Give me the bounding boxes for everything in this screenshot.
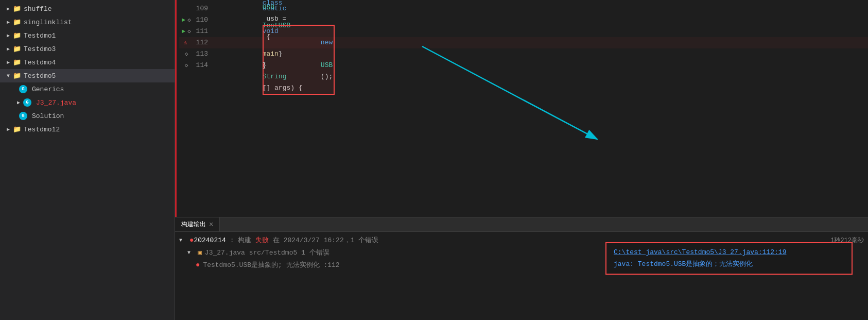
breakpoint-113: ◇ [185,48,188,60]
sidebar-label-testdmo3: Testdmo3 [24,45,56,53]
java-icon: G [19,85,28,94]
sidebar-label-testdmo5: Testdmo5 [24,72,56,80]
folder-icon: 📁 [12,44,22,54]
folder-icon: 📁 [12,4,22,13]
linenum-109: 109 [194,3,214,14]
chevron-icon: ▼ [4,73,12,79]
chevron-icon: ▼ [187,250,196,256]
error-circle-icon: ● [196,261,200,269]
error-popup-file-link[interactable]: C:\test_java\src\Testdmo5\J3_27.java:112… [614,248,844,256]
chevron-icon: ▶ [4,46,12,52]
sidebar-item-j327java[interactable]: ▶ G J3_27.java [0,96,175,109]
sidebar-label-generics: Generics [32,86,64,93]
sidebar-label-testdmo12: Testdmo12 [24,126,60,133]
code-line-113: ◇ 113 } [179,48,868,60]
linenum-111: 111 [194,26,214,37]
sidebar-item-testdmo4[interactable]: ▶ 📁 Testdmo4 [0,56,175,69]
chevron-icon: ▶ [4,126,12,132]
sidebar-item-generics[interactable]: G Generics [0,82,175,96]
error-line: :112 [323,261,339,269]
sidebar-item-shuffle[interactable]: ▶ 📁 shuffle [0,2,175,15]
bottom-panel: 构建输出 × ▼ ● 20240214 : 构建 失败 在 2024/3/27 … [175,217,868,320]
panel-content: ▼ ● 20240214 : 构建 失败 在 2024/3/27 16:22，1… [175,232,868,320]
folder-icon: 📁 [12,31,22,40]
gutter-113: ◇ [179,48,194,60]
gutter-111: ▶ ◇ [179,26,194,37]
build-datetime: 在 2024/3/27 16:22，1 个错误 [273,237,378,244]
error-msg: Testdmo5.USB是抽象的; 无法实例化 [203,261,319,269]
error-popup: C:\test_java\src\Testdmo5\J3_27.java:112… [605,242,853,275]
tab-label-build: 构建输出 [181,220,206,229]
error-popup-message: java: Testdmo5.USB是抽象的；无法实例化 [614,259,844,268]
gutter-110: ▶ ◇ [179,14,194,26]
chevron-icon: ▶ [4,32,12,39]
file-info: J3_27.java src/Testdmo5 1 个错误 [205,249,329,257]
sidebar-item-testdmo5[interactable]: ▼ 📁 Testdmo5 [0,69,175,82]
code-line-112: ⚠ 112 USB usb = new USB (); [179,37,868,48]
linenum-114: 114 [194,60,214,71]
build-fail: 失败 [255,237,269,244]
folder-icon: 📁 [12,125,22,134]
breakpoint-110: ◇ [187,14,191,26]
code-line-114: ◇ 114 } [179,60,868,71]
java-icon: G [19,111,28,121]
gutter-114: ◇ [179,60,194,71]
panel-tabs: 构建输出 × [175,217,868,232]
gutter-112: ⚠ [179,37,194,48]
breakpoint-111: ◇ [187,26,191,37]
sidebar-item-testdmo1[interactable]: ▶ 📁 Testdmo1 [0,29,175,42]
sidebar-label-testdmo1: Testdmo1 [24,32,56,40]
sidebar-label-singlinklist: singlinklist [24,19,72,26]
error-icon: ● [189,236,194,244]
main-area: ▶ 📁 shuffle ▶ 📁 singlinklist ▶ 📁 Testdmo… [0,0,868,320]
folder-icon: 📁 [12,58,22,67]
chevron-icon: ▶ [14,99,23,106]
linecontent-114: } [214,48,266,82]
run-arrow-111: ▶ [182,26,185,37]
sidebar-label-j327java: J3_27.java [36,99,76,107]
build-id: 20240214 [194,237,225,244]
sidebar: ▶ 📁 shuffle ▶ 📁 singlinklist ▶ 📁 Testdmo… [0,0,175,320]
chevron-icon: ▶ [4,6,12,12]
sidebar-label-shuffle: shuffle [24,5,52,13]
chevron-icon: ▶ [4,19,12,25]
code-editor: 109 ▶ ◇ 110 class TestUSB { [175,0,868,217]
breakpoint-114: ◇ [185,60,188,71]
run-arrow-110: ▶ [182,14,185,26]
tab-close-button[interactable]: × [209,221,213,229]
chevron-icon: ▶ [4,59,12,65]
build-status: : 构建 [230,237,255,244]
chevron-icon: ▼ [179,238,187,243]
sidebar-item-solution[interactable]: G Solution [0,109,175,123]
java-red-icon: G [23,98,32,107]
sidebar-item-testdmo3[interactable]: ▶ 📁 Testdmo3 [0,42,175,56]
file-icon: ▣ [198,248,202,257]
sidebar-label-solution: Solution [32,112,64,120]
folder-icon: 📁 [12,71,22,80]
linenum-113: 113 [194,48,214,60]
linenum-110: 110 [194,14,214,26]
error-circle-112: ⚠ [183,37,187,48]
sidebar-item-singlinklist[interactable]: ▶ 📁 singlinklist [0,15,175,29]
tab-build-output[interactable]: 构建输出 × [175,217,220,231]
folder-icon: 📁 [12,18,22,27]
sidebar-label-testdmo4: Testdmo4 [24,59,56,66]
sidebar-item-testdmo12[interactable]: ▶ 📁 Testdmo12 [0,123,175,136]
linenum-112: 112 [194,37,214,48]
